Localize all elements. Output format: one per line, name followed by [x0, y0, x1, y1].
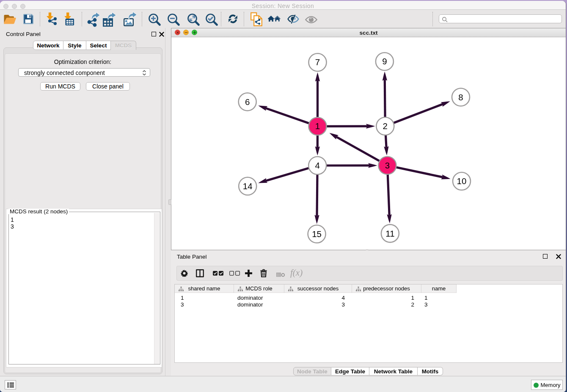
svg-text:7: 7	[315, 57, 320, 67]
svg-text:10: 10	[457, 176, 467, 186]
svg-text:14: 14	[243, 181, 253, 191]
svg-text:1: 1	[315, 121, 320, 131]
svg-text:9: 9	[382, 56, 387, 66]
svg-text:8: 8	[458, 92, 463, 102]
svg-text:3: 3	[385, 160, 390, 170]
svg-text:4: 4	[315, 160, 319, 170]
svg-text:15: 15	[312, 229, 322, 239]
svg-text:2: 2	[383, 121, 388, 131]
svg-text:11: 11	[385, 229, 394, 238]
svg-text:6: 6	[245, 97, 250, 107]
